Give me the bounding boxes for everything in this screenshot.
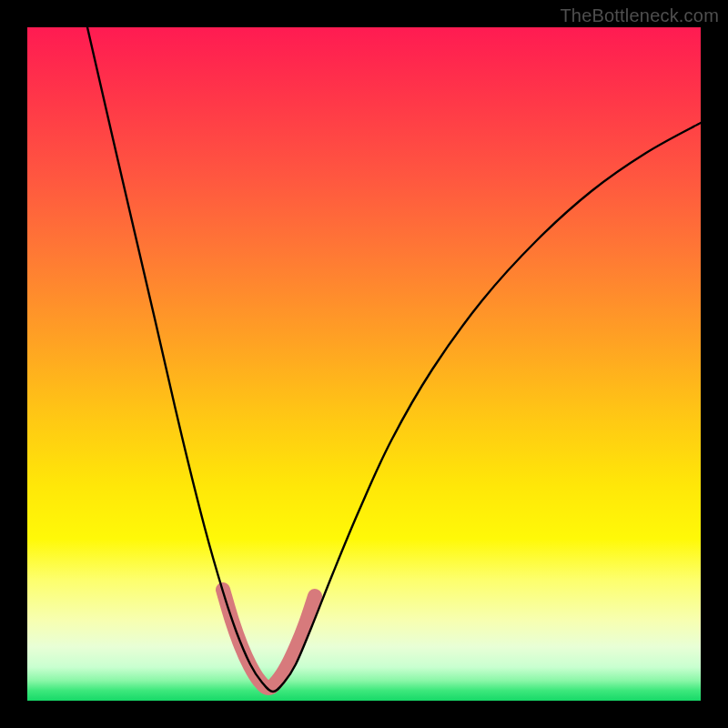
plot-area [27, 27, 701, 701]
watermark-text: TheBottleneck.com [560, 5, 719, 26]
bottleneck-curve [87, 27, 701, 692]
valley-highlight [223, 590, 315, 688]
curve-layer [27, 27, 701, 701]
chart-stage: TheBottleneck.com [0, 0, 728, 728]
